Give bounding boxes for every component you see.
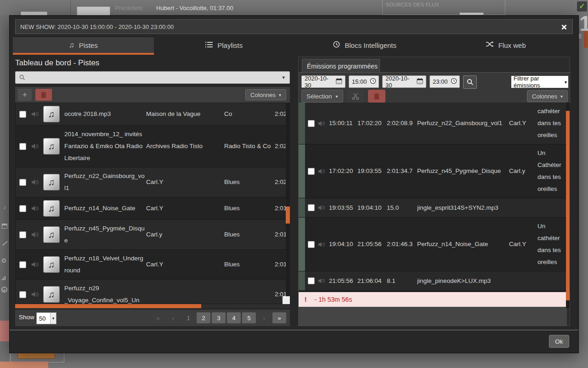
row-checkbox[interactable] — [308, 241, 315, 248]
track-row[interactable]: ♫ Perfuzz_n14_Noise_Gate Carl.Y Blues 2:… — [16, 197, 289, 220]
sources-panel-title: SOURCES DES FLUX — [386, 2, 439, 7]
scrollbar-thumb[interactable] — [566, 111, 570, 300]
columns-dropdown[interactable]: Colonnes ▾ — [245, 89, 286, 100]
date-to-field[interactable]: 2020-10-30 — [382, 75, 426, 88]
page-button[interactable]: 3 — [212, 312, 226, 323]
add-track-button[interactable]: + — [18, 89, 32, 101]
track-row[interactable]: ♫ ocotre 2018.mp3 Maison de la Vague Co … — [16, 103, 289, 126]
tracks-vertical-scrollbar[interactable] — [286, 103, 290, 304]
album-art-icon: ♫ — [43, 200, 60, 217]
row-checkbox[interactable] — [308, 204, 315, 211]
scrollbar-thumb[interactable] — [15, 304, 201, 308]
close-icon[interactable] — [560, 23, 569, 31]
page-button[interactable]: 2 — [197, 312, 210, 323]
bg-sidebar — [0, 15, 9, 368]
tracks-panel-title: Tableau de bord - Pistes — [15, 58, 99, 68]
selection-dropdown[interactable]: Sélection ▾ — [301, 90, 343, 103]
schedule-row[interactable]: 21:05:56 21:06:04 8.1 jingle_pineodeK>LU… — [299, 271, 570, 291]
album-art-icon: ♫ — [43, 226, 60, 243]
track-row[interactable]: ♫ Perfuzz_n22_Gainsbourg_vol1 Carl.Y Blu… — [16, 167, 289, 197]
row-checkbox[interactable] — [308, 277, 315, 284]
album-art-icon: ♫ — [43, 138, 60, 155]
speaker-icon[interactable] — [318, 168, 329, 174]
tracks-horizontal-scrollbar[interactable] — [15, 304, 290, 308]
chevron-down-icon: ▾ — [336, 94, 338, 99]
tab-flux-web[interactable]: Flux web — [435, 37, 577, 55]
tab-playlists[interactable]: Playlists — [154, 37, 295, 55]
schedule-row[interactable]: 19:03:55 19:04:10 15.0 jingle_esprit314S… — [299, 198, 570, 218]
speaker-icon[interactable] — [31, 111, 43, 117]
speaker-icon[interactable] — [318, 121, 329, 126]
row-checkbox[interactable] — [19, 231, 26, 238]
tab-blocs-intelligents[interactable]: Blocs Intelligents — [294, 37, 435, 55]
track-row[interactable]: ♫ Perfuzz_n45_Pygmée_Disque Carl.y Blues… — [16, 220, 289, 250]
track-name: ocotre 2018.mp3 — [64, 108, 145, 120]
start-time: 19:04:10 — [329, 238, 357, 250]
tab-emissions-programmees[interactable]: Émissions programmées — [302, 59, 380, 73]
row-checkbox[interactable] — [19, 179, 26, 186]
search-schedule-button[interactable] — [463, 75, 477, 89]
columns-dropdown-right[interactable]: Colonnes ▾ — [527, 90, 568, 102]
scrollbar-thumb[interactable] — [286, 207, 290, 224]
time-to-field[interactable]: 23:00 — [430, 75, 460, 88]
track-artist: Carl.Y — [145, 259, 224, 270]
page-button[interactable]: » — [272, 312, 286, 323]
warning-text: - 1h 53m 56s — [315, 296, 352, 303]
schedule-row[interactable]: 17:02:20 19:03:55 2:01:34.7 Perfuzz_n45_… — [299, 144, 570, 198]
filter-emissions-select[interactable]: Filtrer par émissions ▾ — [511, 76, 568, 88]
page-size-select[interactable]: 50 ▾ — [36, 312, 57, 324]
page-button[interactable]: ‹ — [166, 312, 180, 323]
speaker-icon[interactable] — [31, 179, 43, 185]
speaker-icon[interactable] — [31, 261, 43, 268]
row-checkbox[interactable] — [19, 143, 26, 150]
track-row[interactable]: ♫ Perfuzz_n18_Velvet_Underground Carl.Y … — [16, 250, 289, 280]
speaker-icon[interactable] — [31, 205, 43, 212]
date-from-field[interactable]: 2020-10-30 — [301, 75, 345, 88]
row-color-strip — [299, 218, 305, 271]
delete-schedule-button[interactable] — [368, 90, 385, 103]
track-artist: Maison de la Vague — [145, 108, 224, 120]
track-row[interactable]: ♫ 2014_novembre_12_ invités Fantazio & E… — [16, 126, 289, 167]
bg-salmon-bar — [0, 362, 48, 368]
search-icon — [19, 75, 25, 80]
row-checkbox[interactable] — [19, 291, 26, 298]
page-button[interactable]: 4 — [227, 312, 241, 323]
page-button[interactable]: « — [151, 312, 165, 323]
row-color-strip — [299, 103, 305, 144]
duration: 2:01:46.3 — [387, 238, 417, 250]
speaker-icon[interactable] — [318, 205, 329, 211]
sidebar-music-icon: ♪ — [2, 204, 8, 211]
sidebar-calendar-icon — [2, 224, 7, 229]
show-name: Un cathéter dans tes oreilles — [537, 220, 564, 268]
track-search-combo[interactable]: ▾ — [15, 71, 290, 84]
row-color-strip — [299, 144, 305, 198]
row-checkbox[interactable] — [308, 120, 315, 127]
schedule-row[interactable]: 19:04:10 21:05:56 2:01:46.3 Perfuzz_n14_… — [299, 218, 570, 271]
row-checkbox[interactable] — [19, 261, 26, 268]
row-checkbox[interactable] — [19, 205, 26, 212]
speaker-icon[interactable] — [318, 278, 329, 284]
page-button[interactable]: 1 — [181, 312, 195, 323]
new-show-modal: NEW SHOW: 2020-10-30 15:00:00 - 2020-10-… — [9, 15, 579, 353]
album-art-icon: ♫ — [43, 106, 60, 122]
ok-button[interactable]: Ok — [549, 335, 569, 348]
schedule-vertical-scrollbar[interactable] — [566, 103, 570, 308]
track-genre: Blues — [224, 202, 275, 214]
track-row[interactable]: ♫ Perfuzz_n29 _Voyage_Confiné_vol5_Un 2:… — [16, 280, 289, 304]
speaker-icon[interactable] — [31, 231, 43, 238]
speaker-icon[interactable] — [318, 242, 329, 247]
clock-icon — [333, 41, 340, 50]
row-checkbox[interactable] — [308, 168, 315, 175]
search-input[interactable] — [28, 74, 282, 81]
schedule-row[interactable]: 15:00:11 17:02:20 2:02:08.9 Perfuzz_n22_… — [299, 103, 570, 144]
page-button[interactable]: 5 — [242, 312, 256, 323]
row-checkbox[interactable] — [19, 111, 26, 118]
speaker-icon[interactable] — [31, 143, 43, 150]
tab-pistes[interactable]: ♫ Pistes — [13, 37, 154, 55]
duration: 2:02:08.9 — [387, 117, 417, 129]
speaker-icon[interactable] — [31, 291, 43, 298]
page-button[interactable]: › — [257, 312, 271, 323]
cut-button[interactable] — [347, 90, 364, 103]
time-from-field[interactable]: 15:00 — [349, 75, 379, 88]
delete-track-button[interactable] — [35, 89, 52, 101]
